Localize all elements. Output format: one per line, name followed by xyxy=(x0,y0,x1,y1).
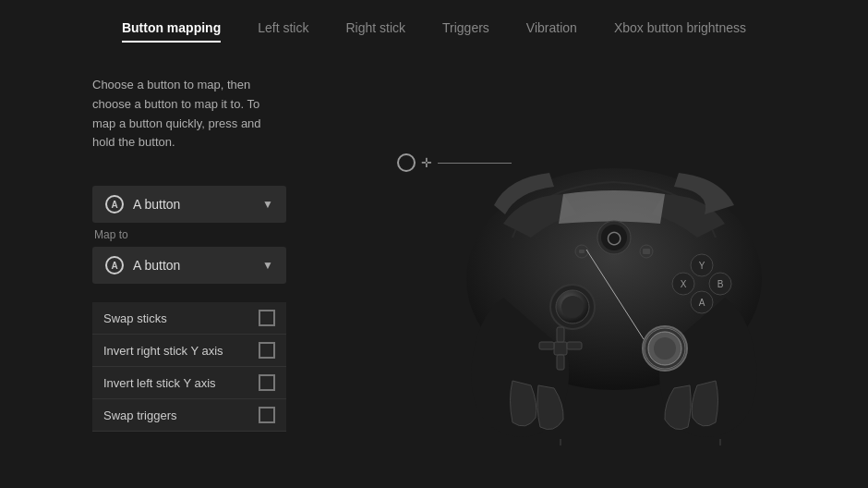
controller-image: ◯ xyxy=(420,94,808,445)
tab-left-stick[interactable]: Left stick xyxy=(258,17,308,39)
svg-rect-7 xyxy=(579,250,585,253)
svg-text:B: B xyxy=(717,279,724,289)
checkbox-swap-sticks-box[interactable] xyxy=(259,310,275,326)
button-selector-arrow: ▼ xyxy=(262,198,273,211)
right-stick-indicator: ✛ xyxy=(397,153,512,172)
checkbox-invert-right-stick-y-label: Invert right stick Y axis xyxy=(103,344,223,358)
tab-button-mapping[interactable]: Button mapping xyxy=(122,17,221,39)
crosshair-icon: ✛ xyxy=(421,155,432,170)
svg-rect-5 xyxy=(643,249,650,254)
checkbox-invert-left-stick-y-label: Invert left stick Y axis xyxy=(103,376,216,390)
controller-svg: ◯ xyxy=(420,94,808,445)
svg-rect-15 xyxy=(554,342,567,355)
button-selector-label: A button xyxy=(133,197,180,212)
tab-vibration[interactable]: Vibration xyxy=(526,17,577,39)
svg-point-10 xyxy=(561,296,584,318)
svg-text:X: X xyxy=(681,279,687,289)
checkbox-invert-right-stick-y[interactable]: Invert right stick Y axis xyxy=(92,335,286,367)
checkbox-swap-triggers[interactable]: Swap triggers xyxy=(92,399,286,432)
tab-right-stick[interactable]: Right stick xyxy=(345,17,405,39)
indicator-circle xyxy=(397,153,416,172)
checkbox-swap-triggers-box[interactable] xyxy=(259,407,275,423)
map-to-dropdown[interactable]: A A button ▼ xyxy=(92,247,286,284)
checkbox-swap-sticks-label: Swap sticks xyxy=(103,311,167,325)
svg-rect-18 xyxy=(539,342,554,349)
button-icon: A xyxy=(105,195,124,214)
tab-xbox-button-brightness[interactable]: Xbox button brightness xyxy=(614,17,746,39)
map-to-label: Map to xyxy=(92,228,286,241)
description-text: Choose a button to map, then choose a bu… xyxy=(92,76,286,152)
checkbox-invert-right-stick-y-box[interactable] xyxy=(259,342,275,359)
map-to-icon: A xyxy=(105,256,124,274)
main-content: Choose a button to map, then choose a bu… xyxy=(0,54,868,486)
svg-rect-16 xyxy=(557,327,564,342)
svg-rect-17 xyxy=(557,355,564,370)
map-to-label-value: A button xyxy=(133,258,180,273)
navigation-tabs: Button mapping Left stick Right stick Tr… xyxy=(0,0,868,54)
indicator-line xyxy=(438,163,512,164)
left-panel: Choose a button to map, then choose a bu… xyxy=(0,54,360,486)
svg-text:Y: Y xyxy=(699,261,705,271)
svg-text:A: A xyxy=(699,298,705,308)
checkbox-invert-left-stick-y-box[interactable] xyxy=(259,374,275,391)
svg-rect-19 xyxy=(567,342,582,349)
checkbox-invert-left-stick-y[interactable]: Invert left stick Y axis xyxy=(92,367,286,399)
checkbox-swap-triggers-label: Swap triggers xyxy=(103,409,176,422)
svg-point-13 xyxy=(654,337,676,360)
right-panel: ✛ xyxy=(360,54,868,486)
svg-text:◯: ◯ xyxy=(607,230,621,246)
tab-triggers[interactable]: Triggers xyxy=(442,17,489,39)
checkbox-swap-sticks[interactable]: Swap sticks xyxy=(92,302,286,335)
button-selector-dropdown[interactable]: A A button ▼ xyxy=(92,186,286,223)
map-to-arrow: ▼ xyxy=(262,259,273,272)
checkboxes-section: Swap sticks Invert right stick Y axis In… xyxy=(92,302,286,432)
